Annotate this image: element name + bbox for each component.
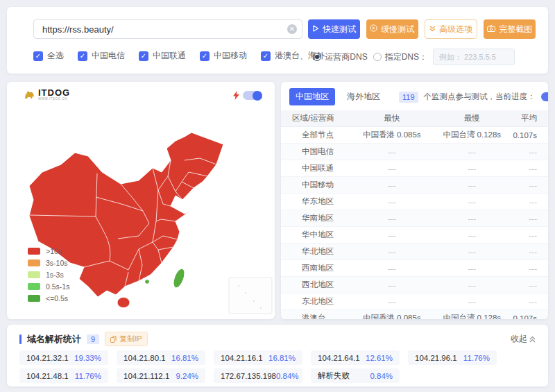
tab-overseas-region[interactable]: 海外地区: [341, 88, 386, 105]
table-header-row: 区域/运营商最快最慢平均: [281, 110, 548, 127]
row-name: 中国联通: [281, 163, 350, 173]
dns-stats-panel: 域名解析统计 9 复制IP 收起 104.21.32.119.33%104.21…: [7, 325, 548, 386]
checkbox-checked-icon: ✓: [33, 51, 43, 61]
collapse-button[interactable]: 收起: [511, 333, 536, 345]
legend-swatch: [28, 259, 40, 266]
copy-icon: [110, 336, 117, 343]
checkbox-label: 中国电信: [92, 50, 125, 62]
south-sea-inset: [229, 278, 272, 314]
ip-result-cell: 104.21.16.116.81%: [214, 350, 302, 365]
row-fastest: ---: [350, 264, 433, 273]
row-name: 全部节点: [281, 130, 350, 140]
button-play-circle-1[interactable]: 缓慢测试: [366, 19, 418, 39]
row-slowest: ---: [433, 164, 511, 173]
table-row: 东北地区---------: [281, 293, 548, 310]
button-double-chevron-down-2[interactable]: 高级选项: [425, 19, 478, 39]
radio-operator-dns[interactable]: 运营商DNS: [313, 51, 367, 63]
map-legend: >10s3s-10s1s-3s0.5s-1s<=0.5s: [28, 247, 69, 302]
row-average: 0.107s: [511, 131, 548, 139]
row-average: ---: [511, 248, 548, 256]
row-name: 西南地区: [281, 263, 350, 273]
checkbox-item-3[interactable]: ✓中国移动: [200, 50, 247, 62]
row-fastest: ---: [350, 214, 433, 223]
ip-percentage: 11.76%: [75, 372, 101, 380]
china-map-panel: ITDOG WWW.ITDOG.CN: [7, 82, 275, 319]
checkbox-checked-icon: ✓: [139, 51, 148, 61]
clear-input-icon[interactable]: ✕: [287, 24, 297, 34]
checkbox-checked-icon: ✓: [200, 51, 210, 61]
radio-custom-dns-label: 指定DNS：: [385, 51, 427, 63]
row-name: 中国移动: [281, 180, 350, 190]
column-header: 最慢: [433, 113, 511, 123]
row-slowest: ---: [433, 281, 511, 289]
lightning-icon: [233, 91, 239, 100]
row-slowest: ---: [433, 181, 511, 189]
legend-label: 1s-3s: [46, 271, 64, 279]
row-average: 0.107s: [511, 314, 548, 320]
progress-label: 个监测点参与测试，当前进度：: [424, 92, 536, 102]
map-toggle-area: [233, 91, 262, 100]
tab-china-region[interactable]: 中国地区: [289, 88, 335, 105]
ip-address: 104.21.112.1: [123, 372, 169, 380]
row-slowest: ---: [433, 248, 511, 256]
dns-option-row: 运营商DNS 指定DNS：: [313, 49, 515, 65]
progress-value: 100%: [541, 92, 548, 101]
row-slowest: ---: [433, 198, 511, 206]
itdog-logo: ITDOG WWW.ITDOG.CN: [24, 89, 70, 101]
row-name: 华中地区: [281, 230, 350, 240]
button-camera-3[interactable]: 完整截图: [484, 19, 536, 39]
title-accent-bar: [19, 334, 22, 344]
isp-checkbox-row: ✓全选✓中国电信✓中国联通✓中国移动✓港澳台、海外: [33, 50, 325, 62]
row-fastest: ---: [350, 231, 433, 239]
map-toggle-switch[interactable]: [243, 91, 262, 100]
copy-ip-button[interactable]: 复制IP: [105, 332, 147, 346]
collapse-label: 收起: [511, 333, 527, 345]
row-name: 华东地区: [281, 196, 350, 207]
ip-percentage: 16.81%: [268, 354, 296, 362]
radio-custom-dns[interactable]: 指定DNS：: [373, 51, 427, 63]
row-name: 西北地区: [281, 280, 350, 290]
url-input[interactable]: [33, 19, 302, 39]
checkbox-item-1[interactable]: ✓中国电信: [78, 50, 125, 62]
row-fastest: ---: [350, 181, 433, 189]
ip-result-cell: 104.21.64.112.61%: [311, 350, 400, 365]
ip-result-cell: 104.21.96.111.76%: [408, 350, 497, 365]
legend-swatch: [28, 271, 40, 278]
row-fastest: ---: [350, 198, 433, 206]
row-fastest: ---: [350, 148, 433, 156]
dns-stats-title: 域名解析统计: [27, 333, 81, 346]
table-row: 港澳台中国香港 0.085s中国台湾 0.128s0.107s: [281, 310, 548, 319]
row-fastest: ---: [350, 164, 433, 173]
play-icon: [312, 24, 319, 34]
checkbox-checked-icon: ✓: [78, 51, 87, 61]
ip-result-cell: 104.21.80.116.81%: [117, 350, 205, 365]
row-average: ---: [511, 214, 548, 223]
legend-swatch: [28, 295, 40, 302]
row-slowest: ---: [433, 148, 511, 156]
test-config-panel: ✕ 快速测试缓慢测试高级选项完整截图 ✓全选✓中国电信✓中国联通✓中国移动✓港澳…: [7, 7, 548, 74]
ip-percentage: 19.33%: [74, 354, 101, 362]
double-chevron-down-icon: [429, 24, 436, 34]
checkbox-label: 中国移动: [214, 50, 247, 62]
ip-percentage: 16.81%: [171, 354, 198, 362]
row-fastest: 中国香港 0.085s: [350, 313, 433, 319]
table-row: 华中地区---------: [281, 227, 548, 244]
ip-result-cell: 104.21.32.119.33%: [19, 350, 108, 365]
taiwan-island: [172, 268, 187, 289]
hongkong-dot: [145, 280, 149, 284]
row-slowest: ---: [433, 298, 511, 306]
button-play-0[interactable]: 快速测试: [308, 19, 360, 39]
button-label: 快速测试: [323, 24, 356, 35]
legend-row-4: <=0.5s: [28, 294, 69, 302]
row-name: 华南地区: [281, 213, 350, 223]
ip-percentage: 12.61%: [366, 354, 393, 362]
ip-percentage: 0.84%: [370, 372, 393, 380]
checkbox-item-2[interactable]: ✓中国联通: [139, 50, 186, 62]
row-average: ---: [511, 281, 548, 289]
ip-address: 104.21.32.1: [26, 354, 69, 362]
url-input-wrap: ✕: [33, 19, 302, 39]
dns-count-badge: 9: [87, 334, 99, 344]
row-slowest: ---: [433, 214, 511, 223]
checkbox-item-0[interactable]: ✓全选: [33, 50, 64, 62]
custom-dns-input[interactable]: [433, 49, 515, 65]
